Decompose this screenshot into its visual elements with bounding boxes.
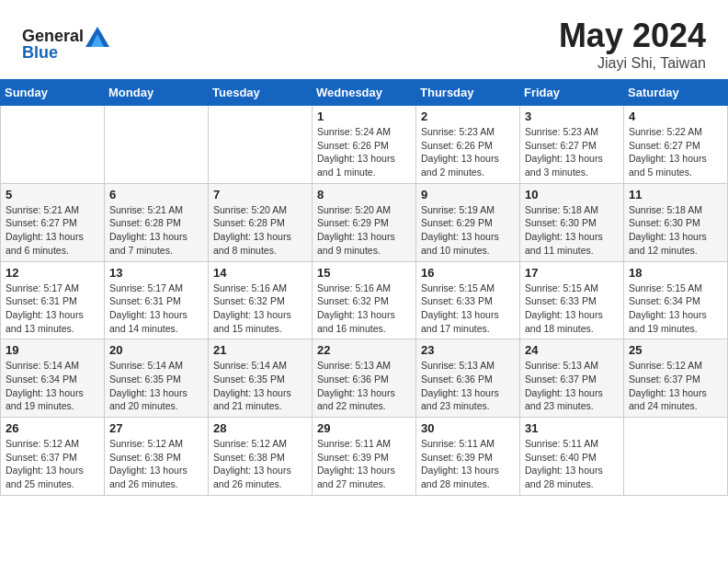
day-number: 31 bbox=[525, 421, 619, 435]
calendar-cell: 31Sunrise: 5:11 AMSunset: 6:40 PMDayligh… bbox=[520, 418, 624, 496]
day-info: Sunrise: 5:17 AMSunset: 6:31 PMDaylight:… bbox=[6, 282, 99, 336]
calendar-cell: 9Sunrise: 5:19 AMSunset: 6:29 PMDaylight… bbox=[416, 183, 520, 261]
calendar-cell: 21Sunrise: 5:14 AMSunset: 6:35 PMDayligh… bbox=[209, 339, 313, 418]
calendar-cell: 12Sunrise: 5:17 AMSunset: 6:31 PMDayligh… bbox=[1, 261, 105, 339]
day-number: 12 bbox=[6, 266, 99, 280]
day-number: 2 bbox=[421, 109, 515, 123]
calendar-week-row: 5Sunrise: 5:21 AMSunset: 6:27 PMDaylight… bbox=[1, 183, 728, 261]
day-info: Sunrise: 5:15 AMSunset: 6:34 PMDaylight:… bbox=[629, 282, 722, 336]
day-number: 15 bbox=[317, 266, 411, 280]
logo-icon bbox=[85, 27, 109, 47]
calendar-cell: 27Sunrise: 5:12 AMSunset: 6:38 PMDayligh… bbox=[105, 418, 209, 496]
day-info: Sunrise: 5:14 AMSunset: 6:35 PMDaylight:… bbox=[213, 359, 307, 413]
day-number: 21 bbox=[213, 343, 307, 357]
calendar-cell: 16Sunrise: 5:15 AMSunset: 6:33 PMDayligh… bbox=[416, 261, 520, 339]
weekday-header-friday: Friday bbox=[520, 80, 624, 106]
day-info: Sunrise: 5:13 AMSunset: 6:36 PMDaylight:… bbox=[317, 359, 411, 413]
day-info: Sunrise: 5:11 AMSunset: 6:40 PMDaylight:… bbox=[525, 437, 619, 491]
day-info: Sunrise: 5:15 AMSunset: 6:33 PMDaylight:… bbox=[421, 282, 515, 336]
day-info: Sunrise: 5:16 AMSunset: 6:32 PMDaylight:… bbox=[317, 282, 411, 336]
calendar-cell: 29Sunrise: 5:11 AMSunset: 6:39 PMDayligh… bbox=[313, 418, 416, 496]
day-info: Sunrise: 5:14 AMSunset: 6:34 PMDaylight:… bbox=[6, 359, 99, 413]
day-number: 4 bbox=[629, 109, 722, 123]
calendar-cell: 7Sunrise: 5:20 AMSunset: 6:28 PMDaylight… bbox=[209, 183, 313, 261]
day-info: Sunrise: 5:13 AMSunset: 6:36 PMDaylight:… bbox=[421, 359, 515, 413]
weekday-header-thursday: Thursday bbox=[416, 80, 520, 106]
weekday-header-wednesday: Wednesday bbox=[313, 80, 416, 106]
calendar-cell: 20Sunrise: 5:14 AMSunset: 6:35 PMDayligh… bbox=[105, 339, 209, 418]
day-number: 22 bbox=[317, 343, 411, 357]
calendar-cell: 15Sunrise: 5:16 AMSunset: 6:32 PMDayligh… bbox=[313, 261, 416, 339]
day-number: 13 bbox=[109, 266, 203, 280]
day-info: Sunrise: 5:20 AMSunset: 6:28 PMDaylight:… bbox=[213, 203, 307, 258]
calendar-cell bbox=[1, 106, 105, 184]
title-block: May 2024 Jiayi Shi, Taiwan bbox=[559, 17, 706, 72]
day-number: 19 bbox=[6, 343, 99, 357]
day-number: 17 bbox=[525, 266, 619, 280]
day-number: 5 bbox=[6, 188, 99, 201]
calendar-cell: 23Sunrise: 5:13 AMSunset: 6:36 PMDayligh… bbox=[416, 339, 520, 418]
day-info: Sunrise: 5:12 AMSunset: 6:37 PMDaylight:… bbox=[6, 437, 99, 491]
day-number: 29 bbox=[317, 421, 411, 435]
day-number: 23 bbox=[421, 343, 515, 357]
day-info: Sunrise: 5:17 AMSunset: 6:31 PMDaylight:… bbox=[109, 282, 203, 336]
day-number: 3 bbox=[525, 109, 619, 123]
calendar-week-row: 1Sunrise: 5:24 AMSunset: 6:26 PMDaylight… bbox=[1, 106, 728, 184]
calendar-cell: 11Sunrise: 5:18 AMSunset: 6:30 PMDayligh… bbox=[624, 183, 728, 261]
day-info: Sunrise: 5:11 AMSunset: 6:39 PMDaylight:… bbox=[317, 437, 411, 491]
day-info: Sunrise: 5:12 AMSunset: 6:38 PMDaylight:… bbox=[213, 437, 307, 491]
calendar-cell: 13Sunrise: 5:17 AMSunset: 6:31 PMDayligh… bbox=[105, 261, 209, 339]
logo: General Blue bbox=[22, 27, 109, 63]
logo-blue: Blue bbox=[22, 43, 58, 63]
weekday-header-row: SundayMondayTuesdayWednesdayThursdayFrid… bbox=[1, 80, 728, 106]
day-number: 25 bbox=[629, 343, 722, 357]
day-number: 8 bbox=[317, 188, 411, 201]
day-number: 16 bbox=[421, 266, 515, 280]
calendar-title: May 2024 bbox=[559, 17, 706, 55]
calendar-cell: 1Sunrise: 5:24 AMSunset: 6:26 PMDaylight… bbox=[313, 106, 416, 184]
day-info: Sunrise: 5:11 AMSunset: 6:39 PMDaylight:… bbox=[421, 437, 515, 491]
day-info: Sunrise: 5:15 AMSunset: 6:33 PMDaylight:… bbox=[525, 282, 619, 336]
calendar-cell: 2Sunrise: 5:23 AMSunset: 6:26 PMDaylight… bbox=[416, 106, 520, 184]
calendar-cell: 28Sunrise: 5:12 AMSunset: 6:38 PMDayligh… bbox=[209, 418, 313, 496]
day-info: Sunrise: 5:19 AMSunset: 6:29 PMDaylight:… bbox=[421, 203, 515, 258]
calendar-cell: 5Sunrise: 5:21 AMSunset: 6:27 PMDaylight… bbox=[1, 183, 105, 261]
day-info: Sunrise: 5:20 AMSunset: 6:29 PMDaylight:… bbox=[317, 203, 411, 258]
day-info: Sunrise: 5:16 AMSunset: 6:32 PMDaylight:… bbox=[213, 282, 307, 336]
day-number: 1 bbox=[317, 109, 411, 123]
header: General Blue May 2024 Jiayi Shi, Taiwan bbox=[0, 0, 728, 79]
calendar-cell: 17Sunrise: 5:15 AMSunset: 6:33 PMDayligh… bbox=[520, 261, 624, 339]
calendar-cell: 6Sunrise: 5:21 AMSunset: 6:28 PMDaylight… bbox=[105, 183, 209, 261]
day-info: Sunrise: 5:18 AMSunset: 6:30 PMDaylight:… bbox=[525, 203, 619, 258]
calendar-week-row: 26Sunrise: 5:12 AMSunset: 6:37 PMDayligh… bbox=[1, 418, 728, 496]
day-number: 24 bbox=[525, 343, 619, 357]
calendar-table: SundayMondayTuesdayWednesdayThursdayFrid… bbox=[0, 79, 728, 496]
weekday-header-sunday: Sunday bbox=[1, 80, 105, 106]
day-info: Sunrise: 5:23 AMSunset: 6:26 PMDaylight:… bbox=[421, 125, 515, 179]
day-number: 20 bbox=[109, 343, 203, 357]
calendar-week-row: 19Sunrise: 5:14 AMSunset: 6:34 PMDayligh… bbox=[1, 339, 728, 418]
calendar-cell: 25Sunrise: 5:12 AMSunset: 6:37 PMDayligh… bbox=[624, 339, 728, 418]
day-number: 28 bbox=[213, 421, 307, 435]
day-number: 6 bbox=[109, 188, 203, 201]
weekday-header-tuesday: Tuesday bbox=[209, 80, 313, 106]
day-info: Sunrise: 5:21 AMSunset: 6:28 PMDaylight:… bbox=[109, 203, 203, 258]
calendar-cell: 19Sunrise: 5:14 AMSunset: 6:34 PMDayligh… bbox=[1, 339, 105, 418]
weekday-header-monday: Monday bbox=[105, 80, 209, 106]
day-number: 9 bbox=[421, 188, 515, 201]
day-info: Sunrise: 5:12 AMSunset: 6:37 PMDaylight:… bbox=[629, 359, 722, 413]
calendar-cell: 30Sunrise: 5:11 AMSunset: 6:39 PMDayligh… bbox=[416, 418, 520, 496]
day-info: Sunrise: 5:14 AMSunset: 6:35 PMDaylight:… bbox=[109, 359, 203, 413]
calendar-cell: 14Sunrise: 5:16 AMSunset: 6:32 PMDayligh… bbox=[209, 261, 313, 339]
day-info: Sunrise: 5:18 AMSunset: 6:30 PMDaylight:… bbox=[629, 203, 722, 258]
day-number: 26 bbox=[6, 421, 99, 435]
calendar-cell bbox=[105, 106, 209, 184]
weekday-header-saturday: Saturday bbox=[624, 80, 728, 106]
calendar-cell: 22Sunrise: 5:13 AMSunset: 6:36 PMDayligh… bbox=[313, 339, 416, 418]
day-info: Sunrise: 5:12 AMSunset: 6:38 PMDaylight:… bbox=[109, 437, 203, 491]
day-number: 18 bbox=[629, 266, 722, 280]
day-info: Sunrise: 5:21 AMSunset: 6:27 PMDaylight:… bbox=[6, 203, 99, 258]
calendar-cell: 8Sunrise: 5:20 AMSunset: 6:29 PMDaylight… bbox=[313, 183, 416, 261]
day-info: Sunrise: 5:23 AMSunset: 6:27 PMDaylight:… bbox=[525, 125, 619, 179]
day-number: 11 bbox=[629, 188, 722, 201]
